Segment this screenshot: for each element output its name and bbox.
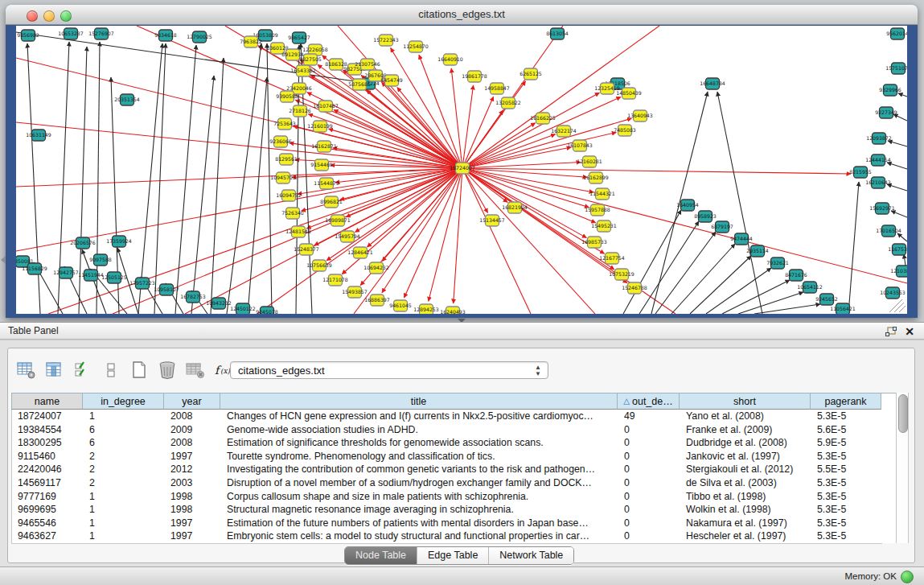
- table-cell[interactable]: 2008: [165, 410, 221, 423]
- graph-node[interactable]: 9562014: [886, 28, 907, 39]
- table-cell[interactable]: Disruption of a novel member of a sodium…: [221, 476, 618, 490]
- graph-edge[interactable]: [891, 211, 907, 217]
- graph-edge[interactable]: [717, 92, 762, 314]
- float-panel-icon[interactable]: [885, 326, 897, 336]
- panel-collapse-handle-icon[interactable]: [1, 256, 6, 264]
- graph-node[interactable]: 16240493: [440, 307, 466, 314]
- graph-edge[interactable]: [310, 76, 462, 168]
- table-row[interactable]: 977716911998Corpus callosum shape and si…: [12, 490, 882, 504]
- table-cell[interactable]: 2003: [165, 476, 221, 490]
- table-cell[interactable]: 5.3E-5: [811, 517, 882, 530]
- table-cell[interactable]: Changes of HCN gene expression and I(f) …: [221, 410, 618, 423]
- table-cell[interactable]: 0: [618, 423, 680, 437]
- table-cell[interactable]: 49: [618, 410, 680, 423]
- table-cell[interactable]: 1: [84, 410, 165, 423]
- graph-edge[interactable]: [888, 141, 907, 146]
- table-row[interactable]: 1938455462009Genome-wide association stu…: [12, 423, 882, 437]
- tab-node-table[interactable]: Node Table: [345, 547, 417, 564]
- table-cell[interactable]: 0: [618, 463, 680, 476]
- graph-edge[interactable]: [382, 82, 462, 168]
- table-cell[interactable]: Estimation of significance thresholds fo…: [221, 436, 618, 450]
- table-cell[interactable]: 18724007: [12, 410, 84, 423]
- graph-node[interactable]: 8613054: [546, 28, 569, 39]
- table-cell[interactable]: Hescheler et al. (1997): [680, 529, 811, 543]
- table-cell[interactable]: 14569117: [12, 476, 84, 490]
- graph-node[interactable]: 9390588: [276, 91, 298, 102]
- table-cell[interactable]: 1998: [165, 503, 221, 517]
- table-cell[interactable]: 2009: [165, 423, 221, 437]
- table-cell[interactable]: Yano et al. (2008): [680, 410, 811, 423]
- graph-edge[interactable]: [722, 280, 790, 314]
- graph-node[interactable]: 8471676: [785, 270, 807, 281]
- table-cell[interactable]: 5.9E-5: [811, 436, 882, 450]
- table-cell[interactable]: Tourette syndrome. Phenomenology and cla…: [221, 450, 618, 463]
- column-header-name[interactable]: name: [11, 393, 83, 410]
- graph-node[interactable]: 10631149: [26, 130, 51, 141]
- graph-edge[interactable]: [706, 268, 771, 314]
- graph-node[interactable]: 7485083: [614, 125, 636, 136]
- table-row[interactable]: 1830029562008Estimation of significance …: [12, 436, 882, 450]
- graph-node[interactable]: 9227349: [875, 107, 897, 118]
- minimize-window-icon[interactable]: [43, 10, 55, 22]
- table-row[interactable]: 911546021997Tourette syndrome. Phenomeno…: [12, 450, 882, 463]
- table-cell[interactable]: 0: [618, 529, 680, 543]
- table-cell[interactable]: 1997: [165, 517, 221, 530]
- memory-status-icon[interactable]: [901, 571, 914, 583]
- graph-edge[interactable]: [382, 168, 462, 293]
- graph-edge[interactable]: [887, 163, 907, 169]
- graph-edge[interactable]: [367, 168, 462, 247]
- graph-node[interactable]: 9461045: [389, 300, 412, 311]
- graph-edge[interactable]: [454, 168, 462, 303]
- table-cell[interactable]: 5.3E-5: [811, 476, 882, 490]
- table-cell[interactable]: 19384554: [12, 423, 84, 437]
- table-cell[interactable]: 1998: [165, 490, 221, 504]
- graph-node[interactable]: 16107843: [567, 140, 593, 151]
- graph-node[interactable]: 12505125: [101, 272, 127, 283]
- table-cell[interactable]: 5.3E-5: [811, 490, 882, 504]
- graph-node[interactable]: 12481548: [285, 226, 311, 237]
- graph-node[interactable]: 15957888: [585, 204, 610, 216]
- table-cell[interactable]: 1: [84, 517, 165, 530]
- graph-node[interactable]: 11056421: [830, 303, 856, 314]
- network-canvas[interactable]: 9856982106532871527690798346181279002516…: [16, 26, 907, 314]
- graph-node[interactable]: 16640910: [437, 54, 463, 65]
- graph-node[interactable]: 9856982: [17, 30, 39, 41]
- graph-node[interactable]: 11544321: [589, 188, 615, 200]
- table-cell[interactable]: 2: [84, 450, 165, 463]
- table-row[interactable]: 1456911722003Disruption of a novel membe…: [12, 476, 882, 490]
- graph-node[interactable]: 12171078: [322, 274, 348, 286]
- graph-edge[interactable]: [397, 88, 462, 168]
- graph-node[interactable]: 12103841: [890, 266, 907, 277]
- graph-node[interactable]: 10653287: [58, 28, 84, 39]
- graph-edge[interactable]: [462, 168, 586, 238]
- table-cell[interactable]: 9465546: [12, 517, 84, 530]
- table-cell[interactable]: 9777169: [12, 490, 84, 504]
- graph-edge[interactable]: [887, 184, 907, 191]
- graph-edge[interactable]: [897, 233, 907, 241]
- table-cell[interactable]: 5.5E-5: [811, 463, 882, 476]
- graph-node[interactable]: 12160281: [577, 156, 602, 167]
- graph-node[interactable]: 9245652: [815, 294, 838, 305]
- table-cell[interactable]: Investigating the contribution of common…: [221, 463, 618, 476]
- table-cell[interactable]: Jankovic et al. (1997): [680, 450, 811, 463]
- graph-node[interactable]: 8129561: [275, 154, 298, 165]
- table-cell[interactable]: 5.3E-5: [811, 503, 882, 517]
- graph-node[interactable]: 7526340: [281, 208, 304, 219]
- table-cell[interactable]: 0: [618, 517, 680, 530]
- graph-edge[interactable]: [690, 256, 751, 314]
- graph-node[interactable]: 10958107: [154, 284, 179, 295]
- column-header-out-de-[interactable]: △out_de…: [618, 393, 680, 410]
- graph-edge[interactable]: [462, 168, 531, 314]
- table-row[interactable]: 969969511998Structural magnetic resonanc…: [12, 503, 882, 517]
- graph-node[interactable]: 12894253: [413, 304, 439, 314]
- close-panel-icon[interactable]: ✕: [905, 323, 914, 340]
- graph-node[interactable]: 10945703: [270, 172, 296, 183]
- graph-node[interactable]: 11156829: [22, 263, 47, 274]
- graph-edge[interactable]: [462, 168, 851, 174]
- column-header-year[interactable]: year: [164, 393, 220, 410]
- table-cell[interactable]: Estimation of the future numbers of pati…: [221, 517, 618, 530]
- graph-node[interactable]: 11544879: [314, 178, 339, 189]
- graph-edge[interactable]: [462, 168, 907, 283]
- graph-node[interactable]: 17359924: [106, 236, 132, 247]
- graph-node[interactable]: 12450122: [230, 303, 256, 314]
